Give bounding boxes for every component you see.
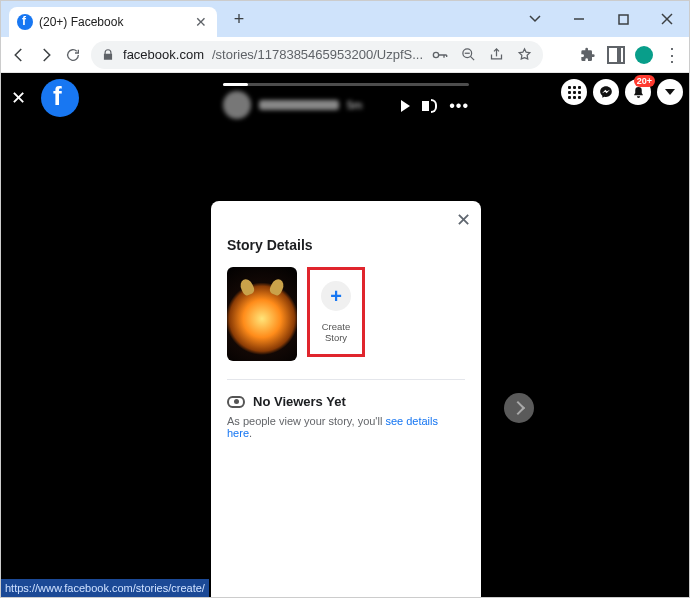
menu-grid-button[interactable] <box>561 79 587 105</box>
next-story-button[interactable] <box>504 393 534 423</box>
nav-reload-button[interactable] <box>64 43 83 67</box>
viewers-sub-suffix: . <box>249 427 252 439</box>
story-time: 5m <box>347 99 362 111</box>
tab-title: (20+) Facebook <box>39 15 187 29</box>
window-maximize-button[interactable] <box>601 1 645 37</box>
viewers-heading: No Viewers Yet <box>227 394 465 409</box>
window-controls <box>513 1 689 37</box>
bookmark-star-icon[interactable] <box>515 46 533 64</box>
messenger-icon <box>599 85 613 99</box>
nav-back-button[interactable] <box>9 43 28 67</box>
profile-avatar-button[interactable] <box>635 46 653 64</box>
story-close-button[interactable]: ✕ <box>7 87 29 109</box>
facebook-logo-icon[interactable] <box>41 79 79 117</box>
play-button[interactable] <box>401 100 410 112</box>
password-key-icon[interactable] <box>431 46 449 64</box>
story-author-avatar[interactable] <box>223 91 251 119</box>
grid-icon <box>568 86 581 99</box>
eye-icon <box>227 396 245 408</box>
zoom-icon[interactable] <box>459 46 477 64</box>
viewers-subtext: As people view your story, you'll see de… <box>227 415 465 439</box>
svg-point-4 <box>433 52 438 57</box>
bell-icon <box>632 86 645 99</box>
fb-top-right: 20+ <box>561 79 683 105</box>
sound-wave-icon <box>431 99 437 113</box>
story-controls: ••• <box>401 97 469 115</box>
lock-icon <box>101 48 115 62</box>
chevron-down-icon <box>665 89 675 95</box>
story-thumbnail[interactable] <box>227 267 297 361</box>
browser-toolbar: facebook.com/stories/1178385465953200/Uz… <box>1 37 689 73</box>
story-stage: 5m ••• <box>211 73 481 201</box>
notification-badge: 20+ <box>634 75 655 87</box>
svg-line-6 <box>470 56 474 60</box>
facebook-favicon-icon <box>17 14 33 30</box>
side-panel-icon <box>607 46 625 64</box>
url-path: /stories/1178385465953200/UzpfS... <box>212 47 423 62</box>
chrome-menu-button[interactable]: ⋮ <box>663 46 681 64</box>
window-minimize-button[interactable] <box>557 1 601 37</box>
new-tab-button[interactable]: + <box>225 5 253 33</box>
messenger-button[interactable] <box>593 79 619 105</box>
nav-forward-button[interactable] <box>36 43 55 67</box>
speaker-icon <box>422 101 429 111</box>
browser-titlebar: (20+) Facebook ✕ + <box>1 1 689 37</box>
story-progress-bar[interactable] <box>223 83 469 86</box>
address-bar[interactable]: facebook.com/stories/1178385465953200/Uz… <box>91 41 543 69</box>
create-story-label: Create Story <box>310 321 362 343</box>
story-details-modal: ✕ Story Details + Create Story No Viewer… <box>211 201 481 597</box>
viewers-sub-prefix: As people view your story, you'll <box>227 415 385 427</box>
status-bar-link: https://www.facebook.com/stories/create/ <box>1 579 209 597</box>
browser-tab[interactable]: (20+) Facebook ✕ <box>9 7 217 37</box>
svg-rect-1 <box>619 15 628 24</box>
extensions-button[interactable] <box>579 46 597 64</box>
url-host: facebook.com <box>123 47 204 62</box>
page-content: ✕ 20+ 5m <box>1 73 689 597</box>
extensions-row: ⋮ <box>551 46 681 64</box>
window-close-button[interactable] <box>645 1 689 37</box>
window-dropdown-button[interactable] <box>513 1 557 37</box>
notifications-button[interactable]: 20+ <box>625 79 651 105</box>
omnibox-actions <box>431 46 533 64</box>
extension-lines-icon[interactable] <box>551 46 569 64</box>
plus-icon: + <box>321 281 351 311</box>
modal-close-button[interactable]: ✕ <box>456 209 471 231</box>
volume-button[interactable] <box>422 99 437 113</box>
fb-top-left: ✕ <box>7 79 79 117</box>
divider <box>227 379 465 380</box>
story-author-name[interactable] <box>259 100 339 110</box>
share-icon[interactable] <box>487 46 505 64</box>
viewers-title: No Viewers Yet <box>253 394 346 409</box>
side-panel-button[interactable] <box>607 46 625 64</box>
story-thumbnails: + Create Story <box>227 267 465 361</box>
story-options-button[interactable]: ••• <box>449 97 469 115</box>
tab-close-button[interactable]: ✕ <box>193 14 209 30</box>
modal-title: Story Details <box>227 237 465 253</box>
account-menu-button[interactable] <box>657 79 683 105</box>
create-story-button[interactable]: + Create Story <box>307 267 365 357</box>
